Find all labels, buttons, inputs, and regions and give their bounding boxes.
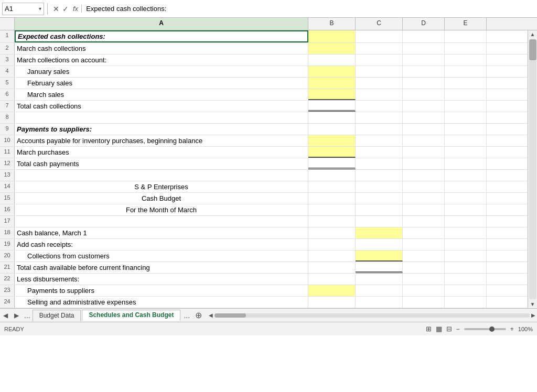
cell-b5[interactable] bbox=[308, 78, 356, 89]
zoom-slider[interactable] bbox=[464, 328, 506, 330]
cell-d24[interactable] bbox=[403, 297, 445, 308]
cell-e12[interactable] bbox=[445, 158, 487, 169]
cell-e21[interactable] bbox=[445, 262, 487, 273]
scroll-down-arrow[interactable]: ▼ bbox=[529, 300, 536, 308]
page-break-icon[interactable]: ⊟ bbox=[446, 325, 452, 333]
tab-nav-left-1[interactable]: ◀ bbox=[0, 309, 11, 322]
cell-e1[interactable] bbox=[445, 30, 487, 42]
cell-e14[interactable] bbox=[445, 181, 487, 192]
cell-b23[interactable] bbox=[308, 285, 356, 296]
cell-e16[interactable] bbox=[445, 204, 487, 215]
cell-b7[interactable] bbox=[308, 101, 356, 112]
cell-a11[interactable]: March purchases bbox=[15, 147, 308, 158]
cell-d18[interactable] bbox=[403, 227, 445, 238]
cell-c7[interactable] bbox=[356, 101, 403, 112]
cell-c12[interactable] bbox=[356, 158, 403, 169]
cell-a22[interactable]: Less disbursements: bbox=[15, 274, 308, 285]
cell-c4[interactable] bbox=[356, 66, 403, 77]
cell-b22[interactable] bbox=[308, 274, 356, 285]
cell-b15[interactable] bbox=[308, 193, 356, 204]
cell-d14[interactable] bbox=[403, 181, 445, 192]
cell-c9[interactable] bbox=[356, 124, 403, 135]
cell-e5[interactable] bbox=[445, 78, 487, 89]
cell-b21[interactable] bbox=[308, 262, 356, 273]
cell-e19[interactable] bbox=[445, 239, 487, 250]
cell-a12[interactable]: Total cash payments bbox=[15, 158, 308, 169]
tab-overflow-left[interactable]: ... bbox=[22, 311, 33, 320]
cell-a18[interactable]: Cash balance, March 1 bbox=[15, 227, 308, 238]
cell-b16[interactable] bbox=[308, 204, 356, 215]
cell-a4[interactable]: January sales bbox=[15, 66, 308, 77]
cell-e24[interactable] bbox=[445, 297, 487, 308]
cell-d7[interactable] bbox=[403, 101, 445, 112]
cell-e11[interactable] bbox=[445, 147, 487, 158]
cell-b11[interactable] bbox=[308, 147, 356, 158]
cell-e4[interactable] bbox=[445, 66, 487, 77]
cell-c23[interactable] bbox=[356, 285, 403, 296]
cell-a17[interactable] bbox=[15, 216, 308, 227]
cell-c22[interactable] bbox=[356, 274, 403, 285]
cell-c19[interactable] bbox=[356, 239, 403, 250]
cell-a2[interactable]: March cash collections bbox=[15, 43, 308, 54]
cell-d19[interactable] bbox=[403, 239, 445, 250]
cell-reference-box[interactable]: A1 ▾ bbox=[2, 3, 44, 15]
cell-b13[interactable] bbox=[308, 170, 356, 181]
cell-d22[interactable] bbox=[403, 274, 445, 285]
confirm-icon[interactable]: ✓ bbox=[62, 5, 69, 13]
cell-a5[interactable]: February sales bbox=[15, 78, 308, 89]
cell-b8[interactable] bbox=[308, 112, 356, 123]
horizontal-scrollbar[interactable]: ◀ ▶ bbox=[207, 312, 537, 318]
cell-e17[interactable] bbox=[445, 216, 487, 227]
zoom-in-icon[interactable]: + bbox=[510, 325, 514, 333]
cell-c18[interactable] bbox=[356, 227, 403, 238]
cell-d8[interactable] bbox=[403, 112, 445, 123]
tab-schedules-cash-budget[interactable]: Schedules and Cash Budget bbox=[82, 310, 180, 321]
add-sheet-button[interactable]: ⊕ bbox=[192, 310, 205, 320]
cell-d21[interactable] bbox=[403, 262, 445, 273]
col-header-c[interactable]: C bbox=[356, 18, 403, 30]
cell-d10[interactable] bbox=[403, 135, 445, 146]
cell-b9[interactable] bbox=[308, 124, 356, 135]
cell-d20[interactable] bbox=[403, 251, 445, 262]
cell-a24[interactable]: Selling and administrative expenses bbox=[15, 297, 308, 308]
cell-a8[interactable] bbox=[15, 112, 308, 123]
cell-a19[interactable]: Add cash receipts: bbox=[15, 239, 308, 250]
cell-c2[interactable] bbox=[356, 43, 403, 54]
cell-e15[interactable] bbox=[445, 193, 487, 204]
cell-a10[interactable]: Accounts payable for inventory purchases… bbox=[15, 135, 308, 146]
cell-c24[interactable] bbox=[356, 297, 403, 308]
h-scroll-right-arrow[interactable]: ▶ bbox=[530, 312, 537, 318]
cell-a21[interactable]: Total cash available before current fina… bbox=[15, 262, 308, 273]
cell-e18[interactable] bbox=[445, 227, 487, 238]
cell-c20[interactable] bbox=[356, 251, 403, 262]
cell-e7[interactable] bbox=[445, 101, 487, 112]
cell-e22[interactable] bbox=[445, 274, 487, 285]
cell-e20[interactable] bbox=[445, 251, 487, 262]
cell-b1[interactable] bbox=[308, 30, 356, 42]
cell-e2[interactable] bbox=[445, 43, 487, 54]
cell-d1[interactable] bbox=[403, 30, 445, 42]
cell-b4[interactable] bbox=[308, 66, 356, 77]
cell-e23[interactable] bbox=[445, 285, 487, 296]
cell-b2[interactable] bbox=[308, 43, 356, 54]
col-header-e[interactable]: E bbox=[445, 18, 487, 30]
cell-a9[interactable]: Payments to suppliers: bbox=[15, 124, 308, 135]
cell-c13[interactable] bbox=[356, 170, 403, 181]
cell-d16[interactable] bbox=[403, 204, 445, 215]
cell-b3[interactable] bbox=[308, 55, 356, 66]
cell-c5[interactable] bbox=[356, 78, 403, 89]
cell-b17[interactable] bbox=[308, 216, 356, 227]
col-header-b[interactable]: B bbox=[308, 18, 356, 30]
h-scroll-left-arrow[interactable]: ◀ bbox=[207, 312, 214, 318]
cell-d12[interactable] bbox=[403, 158, 445, 169]
col-header-a[interactable]: A bbox=[15, 18, 308, 30]
formula-input[interactable] bbox=[84, 3, 535, 15]
scroll-up-arrow[interactable]: ▲ bbox=[529, 30, 536, 38]
cell-a1[interactable]: Expected cash collections: bbox=[15, 30, 308, 42]
cell-b19[interactable] bbox=[308, 239, 356, 250]
cell-c10[interactable] bbox=[356, 135, 403, 146]
cell-d5[interactable] bbox=[403, 78, 445, 89]
col-header-d[interactable]: D bbox=[403, 18, 445, 30]
cell-e8[interactable] bbox=[445, 112, 487, 123]
cell-b18[interactable] bbox=[308, 227, 356, 238]
